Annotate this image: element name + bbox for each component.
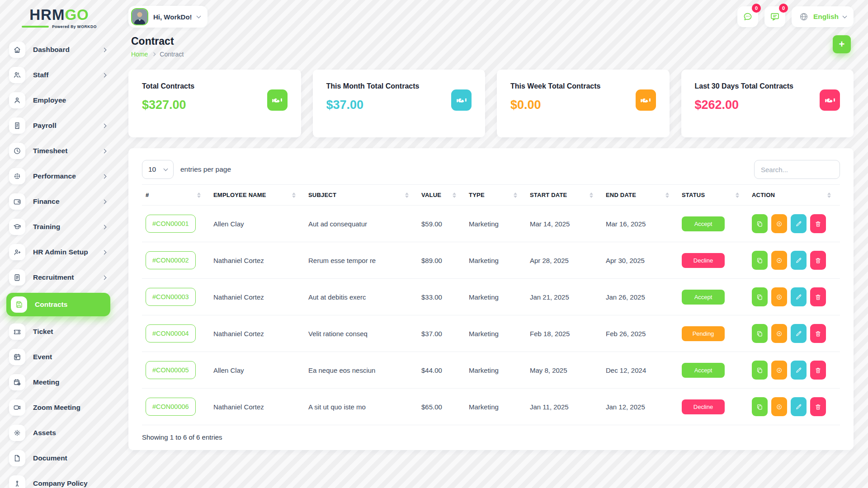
sidebar-item-hr-admin-setup[interactable]: HR Admin Setup (9, 242, 108, 262)
subject-cell: A sit ut quo iste mo (305, 389, 418, 425)
copy-icon (756, 220, 764, 228)
sidebar-item-document[interactable]: Document (9, 448, 108, 468)
row-actions (752, 251, 836, 270)
copy-button[interactable] (752, 251, 768, 270)
sidebar-item-label: Document (33, 454, 67, 462)
copy-button[interactable] (752, 287, 768, 306)
contract-id-badge[interactable]: #CON00002 (146, 251, 196, 269)
sidebar-item-meeting[interactable]: Meeting (9, 372, 108, 392)
sidebar-item-dashboard[interactable]: Dashboard (9, 40, 108, 60)
value-cell: $59.00 (418, 206, 465, 242)
view-button[interactable] (771, 397, 787, 416)
column-label: STATUS (682, 192, 705, 198)
edit-button[interactable] (791, 361, 807, 380)
contracts-table-card: 10 entries per page #EMPLOYEE NAMESUBJEC… (128, 148, 854, 450)
delete-button[interactable] (810, 251, 826, 270)
edit-button[interactable] (791, 214, 807, 233)
language-selector[interactable]: English (792, 6, 854, 27)
delete-button[interactable] (810, 287, 826, 306)
delete-button[interactable] (810, 397, 826, 416)
sidebar-item-finance[interactable]: Finance (9, 192, 108, 211)
row-actions (752, 361, 836, 380)
column-header-subject[interactable]: SUBJECT (305, 185, 418, 206)
column-label: START DATE (530, 192, 567, 198)
sidebar-item-ticket[interactable]: Ticket (9, 322, 108, 342)
column-header-type[interactable]: TYPE (465, 185, 526, 206)
edit-button[interactable] (791, 324, 807, 343)
sidebar-item-zoom-meeting[interactable]: Zoom Meeting (9, 398, 108, 418)
edit-button[interactable] (791, 251, 807, 270)
chat-badge: 0 (752, 4, 761, 13)
delete-button[interactable] (810, 361, 826, 380)
home-icon (13, 46, 21, 54)
end-date-cell: Jan 26, 2025 (602, 279, 678, 315)
chevron-down-icon (843, 14, 847, 18)
sidebar-item-label: HR Admin Setup (33, 248, 88, 256)
status-badge[interactable]: Accept (682, 363, 725, 378)
copy-button[interactable] (752, 397, 768, 416)
contract-id-badge[interactable]: #CON00005 (146, 361, 196, 379)
view-button[interactable] (771, 251, 787, 270)
column-header-end-date[interactable]: END DATE (602, 185, 678, 206)
view-button[interactable] (771, 361, 787, 380)
column-header-status[interactable]: STATUS (678, 185, 748, 206)
sidebar-item-employee[interactable]: Employee (9, 90, 108, 110)
view-button[interactable] (771, 287, 787, 306)
add-contract-button[interactable]: + (833, 35, 851, 53)
status-badge[interactable]: Decline (682, 253, 725, 268)
status-badge[interactable]: Decline (682, 399, 725, 414)
user-menu[interactable]: Hi, WorkDo! (128, 6, 208, 28)
column-header-employee-name[interactable]: EMPLOYEE NAME (210, 185, 305, 206)
edit-button[interactable] (791, 287, 807, 306)
trash-icon (814, 293, 822, 301)
view-button[interactable] (771, 324, 787, 343)
sort-arrows-icon (514, 192, 517, 198)
status-badge[interactable]: Accept (682, 290, 725, 305)
logo-tagline: Powered By WORKDO (0, 24, 118, 29)
column-header-start-date[interactable]: START DATE (526, 185, 602, 206)
column-header-value[interactable]: VALUE (418, 185, 465, 206)
sidebar-item-assets[interactable]: Assets (9, 423, 108, 443)
sidebar-item-contracts[interactable]: Contracts (6, 293, 110, 316)
copy-button[interactable] (752, 361, 768, 380)
copy-button[interactable] (752, 214, 768, 233)
delete-button[interactable] (810, 324, 826, 343)
column-label: SUBJECT (308, 192, 336, 198)
floppy-icon (15, 300, 23, 309)
stat-card-total-contracts: Total Contracts$327.00 (128, 70, 301, 137)
view-button[interactable] (771, 214, 787, 233)
chat-button[interactable]: 0 (737, 6, 758, 27)
edit-button[interactable] (791, 397, 807, 416)
column-header-action[interactable]: ACTION (748, 185, 840, 206)
notifications-button[interactable]: 0 (764, 6, 785, 27)
search-input[interactable] (754, 160, 840, 179)
contract-id-badge[interactable]: #CON00004 (146, 324, 196, 343)
copy-icon (756, 403, 764, 411)
contract-id-badge[interactable]: #CON00006 (146, 398, 196, 416)
ticket-icon (13, 328, 21, 336)
table-row: #CON00006Nathaniel CortezA sit ut quo is… (142, 389, 840, 425)
sidebar-item-timesheet[interactable]: Timesheet (9, 141, 108, 161)
sidebar-item-event[interactable]: Event (9, 347, 108, 367)
value-cell: $65.00 (418, 389, 465, 425)
entries-per-page-select[interactable]: 10 (142, 160, 174, 179)
sidebar-item-training[interactable]: Training (9, 217, 108, 237)
sidebar-item-payroll[interactable]: Payroll (9, 116, 108, 136)
breadcrumb-home-link[interactable]: Home (131, 51, 148, 58)
column-header-[interactable]: # (142, 185, 210, 206)
sidebar-item-staff[interactable]: Staff (9, 65, 108, 85)
sidebar-item-recruitment[interactable]: Recruitment (9, 267, 108, 287)
pencil-icon (795, 293, 802, 301)
delete-button[interactable] (810, 214, 826, 233)
status-badge[interactable]: Accept (682, 216, 725, 231)
receipt-icon (13, 122, 21, 130)
sidebar-item-company-policy[interactable]: Company Policy (9, 474, 108, 488)
copy-button[interactable] (752, 324, 768, 343)
status-badge[interactable]: Pending (682, 326, 725, 341)
brand-logo[interactable]: HRMGO Powered By WORKDO (0, 7, 118, 29)
contract-id-badge[interactable]: #CON00003 (146, 288, 196, 306)
sidebar-nav: DashboardStaffEmployeePayrollTimesheetPe… (0, 40, 118, 488)
row-actions (752, 397, 836, 416)
contract-id-badge[interactable]: #CON00001 (146, 215, 196, 233)
sidebar-item-performance[interactable]: Performance (9, 166, 108, 186)
